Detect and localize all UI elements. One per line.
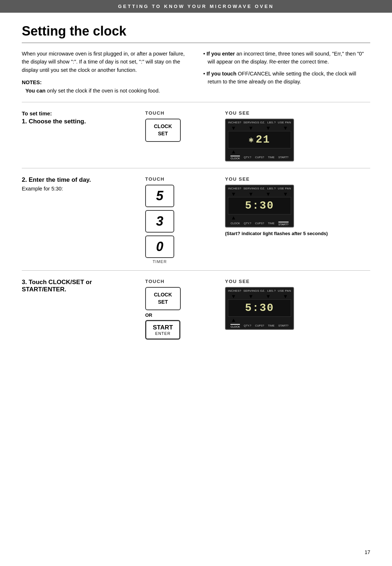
step-3-middle: TOUCH CLOCK SET OR START ENTER: [145, 279, 225, 339]
disp1-arrow-top: ▼▼▼▼: [228, 125, 291, 131]
intro-right-list: If you enter an incorrect time, three to…: [203, 50, 370, 86]
disp1-bot-qty: QTY.?: [244, 156, 252, 160]
step-2-label: 2. Enter the time of day.: [22, 176, 138, 184]
disp1-bot-time: TIME: [268, 156, 274, 160]
number-0-button[interactable]: 0: [145, 235, 174, 258]
notes-section: NOTES: You can only set the clock if the…: [22, 78, 189, 95]
disp1-bot-clock: CLOCK: [230, 156, 240, 160]
step-2-sub: Example for 5:30:: [22, 185, 138, 193]
step-3-label: 3. Touch CLOCK/SET or START/ENTER.: [22, 279, 138, 293]
step-1-middle: TOUCH CLOCK SET: [145, 110, 225, 142]
step-3-display: INCHES? SERVINGS OZ. LBS.? USE PAN ▼▼▼▼ …: [225, 287, 294, 330]
notes-you-can: You can: [25, 88, 45, 94]
disp3-top-2: SERVINGS OZ.: [243, 289, 265, 292]
header-bar: GETTING TO KNOW YOUR MICROWAVE OVEN: [0, 0, 392, 13]
disp2-top-3: LBS.?: [267, 187, 275, 190]
step3-clock-line2: SET: [154, 299, 172, 306]
disp3-bot-clock: CLOCK: [230, 324, 240, 328]
header-text: GETTING TO KNOW YOUR MICROWAVE OVEN: [118, 4, 274, 9]
disp1-bot-cups: CUPS?: [255, 156, 264, 160]
step-1-display: INCHES? SERVINGS OZ. LBS.? USE PAN ▼▼▼▼ …: [225, 119, 294, 161]
notes-title: NOTES:: [22, 79, 42, 85]
step-3-display-screen: 5:30: [228, 299, 291, 317]
step-2-touch-label: TOUCH: [145, 176, 164, 182]
notes-body: You can only set the clock if the oven i…: [22, 87, 189, 95]
step-2-display-top: INCHES? SERVINGS OZ. LBS.? USE PAN: [228, 187, 291, 190]
step-1-display-bottom: CLOCK QTY.? CUPS? TIME START?: [228, 156, 291, 160]
disp3-arrow-bottom: ▲: [228, 317, 291, 323]
disp1-top-4: USE PAN: [278, 121, 291, 124]
start-label: START: [153, 324, 173, 331]
step-1-touch-label: TOUCH: [145, 110, 164, 116]
timer-label: TIMER: [145, 259, 174, 264]
step-1-yousee-label: YOU SEE: [225, 110, 250, 116]
step-2-middle: TOUCH 5 3 0 TIMER: [145, 176, 225, 264]
clock-set-button-3[interactable]: CLOCK SET: [145, 287, 181, 310]
step-3-row: 3. Touch CLOCK/SET or START/ENTER. TOUCH…: [22, 270, 370, 346]
clock-set-button-1[interactable]: CLOCK SET: [145, 119, 181, 142]
indicator-bold: (Start? indicator light flashes after 5 …: [225, 231, 328, 236]
step-2-right: YOU SEE INCHES? SERVINGS OZ. LBS.? USE P…: [225, 176, 370, 237]
intro-left-text: When your microwave oven is first plugge…: [22, 50, 189, 74]
intro-if-you-enter: If you enter: [207, 51, 235, 57]
step-3-touch-label: TOUCH: [145, 279, 164, 284]
step3-clock-line1: CLOCK: [154, 291, 172, 299]
clock-set-line2: SET: [154, 130, 172, 138]
intro-right: If you enter an incorrect time, three to…: [203, 50, 370, 95]
step-1-right: YOU SEE INCHES? SERVINGS OZ. LBS.? USE P…: [225, 110, 370, 161]
disp3-bot-time: TIME: [268, 324, 274, 328]
disp2-top-1: INCHES?: [228, 187, 241, 190]
disp2-bot-cups: CUPS?: [255, 222, 264, 226]
step-3-left: 3. Touch CLOCK/SET or START/ENTER.: [22, 279, 145, 295]
step-2-row: 2. Enter the time of day. Example for 5:…: [22, 168, 370, 270]
step-3-yousee-label: YOU SEE: [225, 279, 250, 284]
page-number: 17: [364, 549, 370, 555]
disp2-top-4: USE PAN: [278, 187, 291, 190]
step-2-yousee-label: YOU SEE: [225, 176, 250, 182]
disp3-top-4: USE PAN: [278, 289, 291, 292]
disp2-bot-clock: CLOCK: [230, 222, 240, 226]
step-1-label: 1. Choose the setting.: [22, 118, 138, 125]
number-5-button[interactable]: 5: [145, 185, 174, 207]
disp1-top-2: SERVINGS OZ.: [243, 121, 265, 124]
disp2-top-2: SERVINGS OZ.: [243, 187, 265, 190]
to-set-time-heading: To set time:: [22, 110, 138, 116]
disp2-arrow-bottom: ▲: [228, 214, 291, 221]
start-enter-button[interactable]: START ENTER: [145, 320, 180, 340]
step-1-row: To set time: 1. Choose the setting. TOUC…: [22, 102, 370, 168]
notes-body-text: only set the clock if the oven is not co…: [47, 88, 160, 94]
step-2-indicator-note: (Start? indicator light flashes after 5 …: [225, 230, 328, 237]
disp3-bot-qty: QTY.?: [244, 324, 252, 328]
step-2-left: 2. Enter the time of day. Example for 5:…: [22, 176, 145, 193]
step-3-digits: 5:30: [245, 302, 274, 314]
disp1-top-1: INCHES?: [228, 121, 241, 124]
disp1-arrow-bottom: ▲: [228, 148, 291, 155]
disp3-bot-start: START?: [278, 324, 289, 328]
step-3-display-top: INCHES? SERVINGS OZ. LBS.? USE PAN: [228, 289, 291, 292]
intro-left: When your microwave oven is first plugge…: [22, 50, 189, 95]
step-2-digits: 5:30: [245, 200, 274, 212]
disp2-bot-qty: QTY.?: [244, 222, 252, 226]
step-1-digits: 21: [256, 134, 270, 146]
number-3-button[interactable]: 3: [145, 210, 174, 233]
disp3-top-3: LBS.?: [267, 289, 275, 292]
step-2-display: INCHES? SERVINGS OZ. LBS.? USE PAN ▼▼▼▼ …: [225, 185, 294, 227]
step-1-snowflake: ✱: [249, 135, 254, 145]
or-text: OR: [145, 312, 152, 318]
step-3-right: YOU SEE INCHES? SERVINGS OZ. LBS.? USE P…: [225, 279, 370, 330]
step-1-left: To set time: 1. Choose the setting.: [22, 110, 145, 127]
main-content: Setting the clock When your microwave ov…: [0, 13, 392, 361]
enter-label: ENTER: [153, 331, 173, 336]
step-1-display-top: INCHES? SERVINGS OZ. LBS.? USE PAN: [228, 121, 291, 124]
disp1-bot-start: START?: [278, 156, 289, 160]
intro-right-item-1: If you enter an incorrect time, three to…: [203, 50, 370, 66]
page-title: Setting the clock: [22, 24, 370, 43]
disp3-bot-cups: CUPS?: [255, 324, 264, 328]
intro-if-you-touch: If you touch: [207, 71, 236, 77]
step-2-display-screen: 5:30: [228, 197, 291, 214]
disp2-bot-start: START?: [278, 222, 289, 226]
disp2-bot-time: TIME: [268, 222, 274, 226]
step-1-display-screen: ✱ 21: [228, 131, 291, 148]
disp2-arrow-top: ▼▼▼▼: [228, 191, 291, 197]
disp1-top-3: LBS.?: [267, 121, 275, 124]
